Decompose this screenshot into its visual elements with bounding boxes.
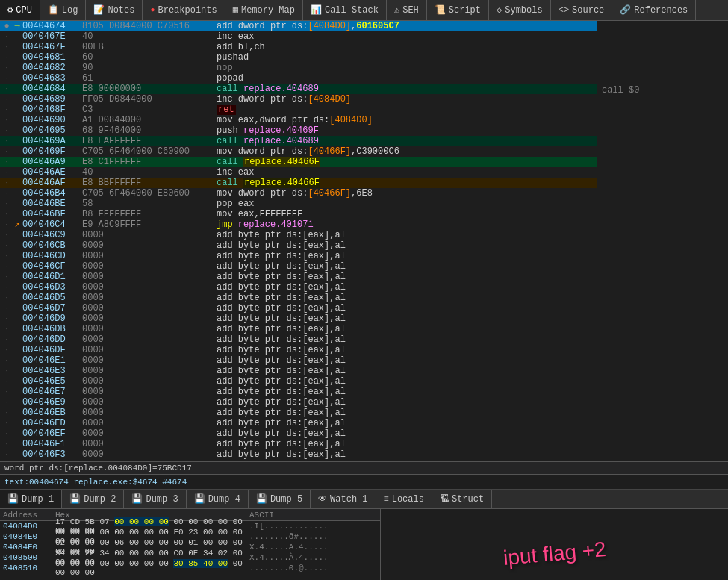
row-bytes: E8 C1FFFFFF	[82, 157, 217, 167]
table-row[interactable]: · ↗ 004046C4 E9 A8C9FFFF jmp replace.401…	[0, 219, 597, 230]
tab-dump1[interactable]: 💾 Dump 1	[0, 490, 62, 508]
row-addr: 00404674	[22, 21, 82, 31]
table-row[interactable]: ·004046EF0000add byte ptr ds:[eax],al	[0, 428, 597, 439]
table-row[interactable]: · 00404682 90 nop	[0, 63, 597, 73]
table-row[interactable]: ·004046C90000add byte ptr ds:[eax],al	[0, 230, 597, 240]
table-row[interactable]: · 004046B4 C705 6F464000 E80600 mov dwor…	[0, 188, 597, 199]
dump-panel[interactable]: Address Hex ASCII 04084D0 17 CD 5B 07 00…	[0, 509, 381, 580]
table-row[interactable]: ·004046DF0000add byte ptr ds:[eax],al	[0, 345, 597, 355]
table-row[interactable]: ·004046ED0000add byte ptr ds:[eax],al	[0, 418, 597, 428]
table-row[interactable]: · 0040467F 00EB add bl,ch	[0, 42, 597, 52]
table-row[interactable]: · 00404690 A1 D0844000 mov eax,dword ptr…	[0, 115, 597, 125]
table-row[interactable]: · 004046AF E8 BBFFFFFF call replace.4046…	[0, 178, 597, 188]
bp-indicator: ·	[1, 324, 12, 334]
table-row[interactable]: · 00404695 68 9F464000 push replace.4046…	[0, 125, 597, 136]
table-row[interactable]: ·004046E10000add byte ptr ds:[eax],al	[0, 355, 597, 366]
table-row[interactable]: ·004046E70000add byte ptr ds:[eax],al	[0, 387, 597, 397]
annotation-text: iput flag +2	[502, 537, 606, 570]
row-addr: 004046DD	[22, 334, 82, 345]
bp-indicator: ·	[1, 219, 12, 230]
memory-map-icon: ▦	[233, 4, 238, 16]
tab-breakpoints-label: Breakpoints	[158, 5, 217, 16]
table-row[interactable]: ·004046E50000add byte ptr ds:[eax],al	[0, 376, 597, 387]
table-row[interactable]: · 00404684 E8 00000000 call replace.4046…	[0, 84, 597, 94]
dump-row-ascii: .I[.............	[246, 522, 332, 531]
row-bytes: E8 EAFFFFFF	[82, 136, 217, 146]
table-row[interactable]: ·004046CD0000add byte ptr ds:[eax],al	[0, 251, 597, 261]
table-row[interactable]: · 004046A9 E8 C1FFFFFF call replace.4046…	[0, 157, 597, 167]
tab-log[interactable]: 📋 Log	[40, 0, 87, 20]
disasm-scroll[interactable]: ● → 00404674 8105 D0844000 C70516 add dw…	[0, 21, 597, 461]
table-row[interactable]: · 0040468F C3 ret	[0, 105, 597, 115]
table-row[interactable]: · 004046BF B8 FFFFFFFF mov eax,FFFFFFFF	[0, 209, 597, 219]
table-row[interactable]: · 00404689 FF05 D0844000 inc dword ptr d…	[0, 94, 597, 105]
table-row[interactable]: · 0040469F C705 6F464000 C60900 mov dwor…	[0, 146, 597, 157]
row-addr: 004046D7	[22, 303, 82, 314]
row-addr: 004046C4	[22, 219, 82, 230]
tab-dump2[interactable]: 💾 Dump 2	[62, 490, 124, 508]
dump-row-ascii: ........ð#......	[246, 532, 332, 541]
tab-dump3[interactable]: 💾 Dump 3	[124, 490, 186, 508]
tab-locals[interactable]: ≡ Locals	[376, 490, 432, 508]
table-row[interactable]: ·004046CB0000add byte ptr ds:[eax],al	[0, 240, 597, 251]
row-bytes: A1 D0844000	[82, 115, 217, 125]
tab-script[interactable]: 📜 Script	[427, 0, 489, 20]
tab-notes[interactable]: 📝 Notes	[86, 0, 143, 20]
table-row[interactable]: ·004046D90000add byte ptr ds:[eax],al	[0, 314, 597, 324]
table-row[interactable]: ·004046D70000add byte ptr ds:[eax],al	[0, 303, 597, 314]
table-row[interactable]: ·004046F30000add byte ptr ds:[eax],al	[0, 449, 597, 460]
dump-col-ascii-header: ASCII	[246, 511, 277, 520]
list-item[interactable]: 0408510 00 00 00 00 00 00 00 00 30 85 40…	[0, 563, 380, 573]
table-row[interactable]: · 00404681 60 pushad	[0, 52, 597, 63]
tab-dump5[interactable]: 💾 Dump 5	[249, 490, 311, 508]
row-bytes: 0000	[82, 324, 217, 334]
disasm-panel[interactable]: ● → 00404674 8105 D0844000 C70516 add dw…	[0, 21, 597, 461]
tab-source[interactable]: <> Source	[551, 0, 613, 20]
table-row[interactable]: ·004046DB0000add byte ptr ds:[eax],al	[0, 324, 597, 334]
table-row[interactable]: · 004046BE 58 pop eax	[0, 199, 597, 209]
table-row[interactable]: · 00404683 61 popad	[0, 73, 597, 84]
tab-memory-map[interactable]: ▦ Memory Map	[225, 0, 303, 20]
bp-indicator: ·	[1, 428, 12, 439]
tab-dump4[interactable]: 💾 Dump 4	[187, 490, 249, 508]
row-addr: 0040469A	[22, 136, 82, 146]
tab-watch1[interactable]: 👁 Watch 1	[311, 490, 376, 508]
table-row[interactable]: ·004046D30000add byte ptr ds:[eax],al	[0, 282, 597, 293]
struct-icon: 🏗	[440, 493, 449, 505]
tab-references[interactable]: 🔗 References	[612, 0, 696, 20]
tab-struct[interactable]: 🏗 Struct	[432, 490, 492, 508]
table-row[interactable]: ·004046F10000add byte ptr ds:[eax],al	[0, 439, 597, 449]
bp-indicator: ·	[1, 376, 12, 387]
table-row[interactable]: ·004046EB0000add byte ptr ds:[eax],al	[0, 408, 597, 418]
table-row[interactable]: ·004046D50000add byte ptr ds:[eax],al	[0, 293, 597, 303]
tab-cpu[interactable]: ⚙ CPU	[0, 0, 40, 20]
tab-breakpoints[interactable]: ● Breakpoints	[143, 0, 225, 20]
row-addr: 004046CD	[22, 251, 82, 261]
tab-symbols[interactable]: ◇ Symbols	[489, 0, 551, 20]
table-row[interactable]: ● → 00404674 8105 D0844000 C70516 add dw…	[0, 21, 597, 31]
table-row[interactable]: ·004046CF0000add byte ptr ds:[eax],al	[0, 261, 597, 272]
arrow-indicator: ↗	[12, 219, 22, 230]
table-row[interactable]: ·004046D10000add byte ptr ds:[eax],al	[0, 272, 597, 282]
bp-indicator: ·	[1, 94, 12, 105]
row-bytes: 0000	[82, 272, 217, 282]
table-row[interactable]: · 0040469A E8 EAFFFFFF call replace.4046…	[0, 136, 597, 146]
symbols-icon: ◇	[497, 4, 502, 16]
table-row[interactable]: ·004046E90000add byte ptr ds:[eax],al	[0, 397, 597, 408]
bp-indicator: ·	[1, 178, 12, 188]
table-row[interactable]: ·004046E30000add byte ptr ds:[eax],al	[0, 366, 597, 376]
bp-indicator: ·	[1, 293, 12, 303]
table-row[interactable]: · 0040467E 40 inc eax	[0, 31, 597, 42]
tab-dump4-label: Dump 4	[208, 494, 240, 505]
row-bytes: C705 6F464000 C60900	[82, 146, 217, 157]
bp-indicator: ·	[1, 439, 12, 449]
tab-seh[interactable]: ⚠ SEH	[387, 0, 427, 20]
table-row[interactable]: · 004046AE 40 inc eax	[0, 167, 597, 178]
row-disasm: inc dword ptr ds:[4084D0]	[217, 94, 595, 105]
seh-icon: ⚠	[394, 4, 399, 16]
tab-call-stack[interactable]: 📊 Call Stack	[303, 0, 387, 20]
row-addr: 004046E1	[22, 355, 82, 366]
row-disasm: add byte ptr ds:[eax],al	[217, 408, 595, 418]
table-row[interactable]: ·004046DD0000add byte ptr ds:[eax],al	[0, 334, 597, 345]
row-addr: 004046EB	[22, 408, 82, 418]
